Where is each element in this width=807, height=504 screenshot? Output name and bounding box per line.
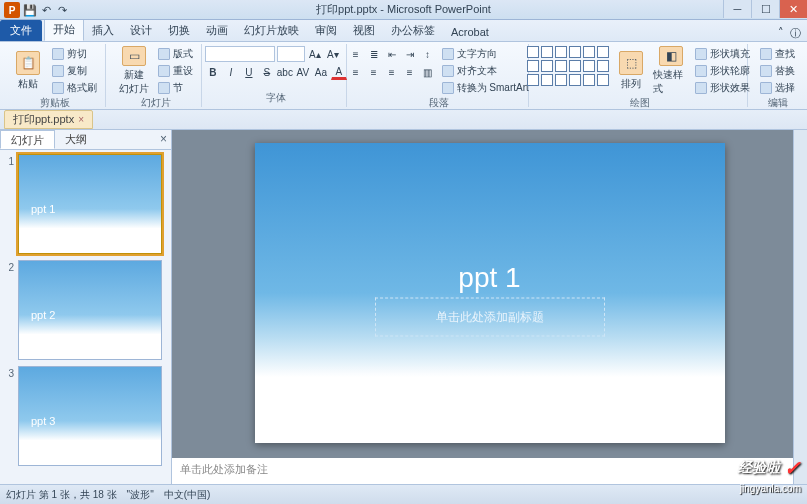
columns-button[interactable]: ▥ [420,64,436,80]
shape-icon[interactable] [555,74,567,86]
grow-font-button[interactable]: A▴ [307,46,323,62]
tab-file[interactable]: 文件 [0,20,42,41]
reset-button[interactable]: 重设 [156,63,195,79]
shadow-button[interactable]: abc [277,64,293,80]
vertical-scrollbar[interactable] [793,130,807,484]
find-button[interactable]: 查找 [758,46,797,62]
shape-fill-button[interactable]: 形状填充 [693,46,752,62]
align-center-button[interactable]: ≡ [366,64,382,80]
layout-button[interactable]: 版式 [156,46,195,62]
font-color-button[interactable]: A [331,64,347,80]
format-painter-button[interactable]: 格式刷 [50,80,99,96]
document-tab[interactable]: 打印ppt.pptx × [4,110,93,129]
status-language[interactable]: 中文(中国) [164,488,211,502]
side-tab-outline[interactable]: 大纲 [55,130,97,149]
tab-animations[interactable]: 动画 [198,20,236,41]
shape-outline-label: 形状轮廓 [710,64,750,78]
shape-icon[interactable] [541,46,553,58]
bold-button[interactable]: B [205,64,221,80]
shape-icon[interactable] [569,74,581,86]
char-spacing-button[interactable]: AV [295,64,311,80]
shape-outline-button[interactable]: 形状轮廓 [693,63,752,79]
change-case-button[interactable]: Aa [313,64,329,80]
qat-save-icon[interactable]: 💾 [24,4,36,16]
thumb-row: 3 ppt 3 [2,366,169,466]
shape-icon[interactable] [597,74,609,86]
slide-title[interactable]: ppt 1 [458,262,520,294]
document-tab-close-icon[interactable]: × [78,114,84,125]
qat-redo-icon[interactable]: ↷ [56,4,68,16]
new-slide-button[interactable]: ▭ 新建 幻灯片 [116,46,152,96]
increase-indent-button[interactable]: ⇥ [402,46,418,62]
cut-button[interactable]: 剪切 [50,46,99,62]
shape-icon[interactable] [583,74,595,86]
paste-button[interactable]: 📋 粘贴 [10,46,46,96]
line-spacing-button[interactable]: ↕ [420,46,436,62]
slide-thumbnail-1[interactable]: ppt 1 [18,154,162,254]
minimize-ribbon-icon[interactable]: ˄ [778,26,784,41]
convert-smartart-button[interactable]: 转换为 SmartArt [440,80,531,96]
help-icon[interactable]: ⓘ [790,26,801,41]
tab-view[interactable]: 视图 [345,20,383,41]
shape-icon[interactable] [583,60,595,72]
shape-icon[interactable] [555,60,567,72]
numbering-button[interactable]: ≣ [366,46,382,62]
tab-transitions[interactable]: 切换 [160,20,198,41]
copy-button[interactable]: 复制 [50,63,99,79]
shape-icon[interactable] [569,60,581,72]
thumb-number: 2 [2,260,14,273]
slide-thumbnail-3[interactable]: ppt 3 [18,366,162,466]
tab-home[interactable]: 开始 [44,18,84,41]
layout-icon [158,48,170,60]
qat-undo-icon[interactable]: ↶ [40,4,52,16]
side-tab-slides[interactable]: 幻灯片 [0,130,55,149]
replace-button[interactable]: 替换 [758,63,797,79]
thumb-label: ppt 2 [31,309,55,321]
shape-effects-button[interactable]: 形状效果 [693,80,752,96]
shape-icon[interactable] [597,46,609,58]
underline-button[interactable]: U [241,64,257,80]
arrange-button[interactable]: ⬚排列 [613,46,649,96]
close-button[interactable]: ✕ [779,0,807,18]
side-tabs: 幻灯片 大纲 × [0,130,171,150]
align-text-button[interactable]: 对齐文本 [440,63,531,79]
minimize-button[interactable]: ─ [723,0,751,18]
tab-slideshow[interactable]: 幻灯片放映 [236,20,307,41]
shrink-font-button[interactable]: A▾ [325,46,341,62]
shapes-gallery[interactable] [527,46,609,86]
app-icon[interactable]: P [4,2,20,18]
shape-icon[interactable] [597,60,609,72]
shape-icon[interactable] [555,46,567,58]
select-button[interactable]: 选择 [758,80,797,96]
slide-canvas[interactable]: ppt 1 单击此处添加副标题 [255,143,725,443]
italic-button[interactable]: I [223,64,239,80]
shape-icon[interactable] [569,46,581,58]
align-left-button[interactable]: ≡ [348,64,364,80]
section-button[interactable]: 节 [156,80,195,96]
bullets-button[interactable]: ≡ [348,46,364,62]
notes-pane[interactable]: 单击此处添加备注 [172,456,807,484]
tab-acrobat[interactable]: Acrobat [443,23,497,41]
side-panel-close-icon[interactable]: × [160,132,167,146]
shape-icon[interactable] [527,60,539,72]
tab-design[interactable]: 设计 [122,20,160,41]
strike-button[interactable]: S [259,64,275,80]
shape-icon[interactable] [541,74,553,86]
font-size-select[interactable] [277,46,305,62]
decrease-indent-button[interactable]: ⇤ [384,46,400,62]
align-right-button[interactable]: ≡ [384,64,400,80]
justify-button[interactable]: ≡ [402,64,418,80]
tab-review[interactable]: 审阅 [307,20,345,41]
shape-icon[interactable] [583,46,595,58]
quick-styles-button[interactable]: ◧快速样式 [653,46,689,96]
maximize-button[interactable]: ☐ [751,0,779,18]
shape-icon[interactable] [527,46,539,58]
font-family-select[interactable] [205,46,275,62]
tab-office-tabs[interactable]: 办公标签 [383,20,443,41]
slide-subtitle-placeholder[interactable]: 单击此处添加副标题 [375,298,605,337]
shape-icon[interactable] [541,60,553,72]
text-direction-button[interactable]: 文字方向 [440,46,531,62]
slide-thumbnail-2[interactable]: ppt 2 [18,260,162,360]
shape-icon[interactable] [527,74,539,86]
tab-insert[interactable]: 插入 [84,20,122,41]
